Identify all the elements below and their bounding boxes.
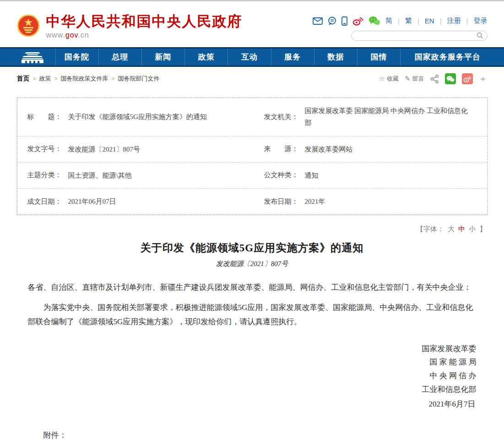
font-size-large[interactable]: 大 xyxy=(448,225,455,233)
url-gov: gov xyxy=(65,31,78,39)
doc-title-cell: 标 题： 关于印发《能源领域5G应用实施方案》的通知 xyxy=(17,98,252,136)
signature-date: 2021年6月7日 xyxy=(28,397,477,411)
signer: 国 家 能 源 局 xyxy=(28,355,477,369)
share-button[interactable] xyxy=(430,75,439,83)
issuing-agency-value: 国家发展改革委 国家能源局 中央网信办 工业和信息化部 xyxy=(305,105,470,129)
topic-category-label: 主题分类： xyxy=(27,171,62,179)
signature-block: 国家发展改革委 国 家 能 源 局 中 央 网 信 办 工业和信息化部 2021… xyxy=(28,342,477,411)
separator: | xyxy=(440,17,442,25)
favorite-label: 收藏 xyxy=(387,75,399,83)
share-icon xyxy=(430,75,439,83)
url-www: www. xyxy=(46,31,65,39)
wechat-icon xyxy=(446,76,455,82)
more-share-button[interactable]: ＋ xyxy=(479,73,488,85)
font-size-open: 【字体： xyxy=(417,225,444,233)
national-emblem-icon xyxy=(17,14,40,39)
article: 关于印发《能源领域5G应用实施方案》的通知 发改能源〔2021〕807号 各省、… xyxy=(17,241,488,440)
attachment-label: 附件： xyxy=(28,430,477,440)
lang-simplified-link[interactable]: 简 xyxy=(385,16,392,25)
breadcrumb-separator: > xyxy=(112,76,115,82)
topic-category-cell: 主题分类： 国土资源、能源\其他 xyxy=(17,163,252,188)
separator: | xyxy=(466,17,468,25)
article-doc-number: 发改能源〔2021〕807号 xyxy=(28,260,477,268)
doc-title-value: 关于印发《能源领域5G应用实施方案》的通知 xyxy=(68,111,207,123)
article-title: 关于印发《能源领域5G应用实施方案》的通知 xyxy=(28,241,477,255)
url-cn: .cn xyxy=(78,31,89,39)
breadcrumb-bumen-wenjian[interactable]: 国务院部门文件 xyxy=(118,75,160,83)
mail-icon[interactable] xyxy=(313,17,323,25)
signer: 工业和信息化部 xyxy=(28,383,477,397)
publish-date-cell: 发布日期： 2021年 xyxy=(252,189,487,214)
lang-traditional-link[interactable]: 繁 xyxy=(405,16,412,25)
source-cell: 来 源： 发展改革委网站 xyxy=(252,136,487,162)
doc-info-table: 标 题： 关于印发《能源领域5G应用实施方案》的通知 发文机关： 国家发展改革委… xyxy=(17,98,488,215)
issuing-agency-cell: 发文机关： 国家发展改革委 国家能源局 中央网信办 工业和信息化部 xyxy=(252,98,487,136)
nav-item-xinwen[interactable]: 新闻 xyxy=(141,49,184,65)
doc-type-cell: 公文种类： 通知 xyxy=(252,163,487,188)
separator: | xyxy=(398,17,400,25)
search-icon xyxy=(477,32,483,39)
comment-label: 留言 xyxy=(412,75,424,83)
source-value: 发展改革委网站 xyxy=(305,143,353,155)
nav-item-shuju[interactable]: 数据 xyxy=(314,49,357,65)
nav-item-fuwu[interactable]: 服务 xyxy=(271,49,314,65)
signer: 中 央 网 信 办 xyxy=(28,369,477,383)
site-title: 中华人民共和国中央人民政府 xyxy=(46,14,243,29)
site-logo[interactable]: 中华人民共和国中央人民政府 www.gov.cn xyxy=(17,12,243,41)
source-label: 来 源： xyxy=(264,145,298,153)
issuing-agency-label: 发文机关： xyxy=(264,113,298,121)
doc-number-cell: 发文字号： 发改能源〔2021〕807号 xyxy=(17,136,252,162)
publish-date-label: 发布日期： xyxy=(264,197,298,206)
pencil-icon: ✎ xyxy=(405,75,411,83)
share-wechat-button[interactable] xyxy=(445,73,456,84)
breadcrumb-separator: > xyxy=(54,76,58,82)
search-input[interactable] xyxy=(351,31,488,41)
nav-item-guowuyuan[interactable]: 国务院 xyxy=(55,49,98,65)
written-date-cell: 成文日期： 2021年06月07日 xyxy=(17,189,252,214)
weibo-icon xyxy=(463,76,471,82)
breadcrumb-zhengce[interactable]: 政策 xyxy=(39,75,51,83)
star-icon: ☆ xyxy=(379,75,385,83)
doc-type-label: 公文种类： xyxy=(264,171,298,179)
nav-item-guoqing[interactable]: 国情 xyxy=(357,49,400,65)
search-button[interactable] xyxy=(477,32,483,40)
share-weibo-button[interactable] xyxy=(462,73,473,84)
breadcrumb-wenjianku[interactable]: 国务院政策文件库 xyxy=(61,75,108,83)
font-size-medium[interactable]: 中 xyxy=(458,225,465,233)
register-link[interactable]: 注册 xyxy=(447,16,461,25)
font-size-small[interactable]: 小 xyxy=(469,225,476,233)
weibo-icon[interactable] xyxy=(352,16,363,26)
nav-item-zhengwu-platform[interactable]: 国家政务服务平台 xyxy=(400,49,494,65)
table-row: 主题分类： 国土资源、能源\其他 公文种类： 通知 xyxy=(17,163,487,189)
written-date-value: 2021年06月07日 xyxy=(68,196,116,207)
comment-icon[interactable] xyxy=(328,16,336,25)
doc-number-label: 发文字号： xyxy=(27,145,62,153)
breadcrumb: 首页 > 政策 > 国务院政策文件库 > 国务院部门文件 xyxy=(17,75,160,83)
written-date-label: 成文日期： xyxy=(27,197,62,206)
article-paragraph: 为落实党中央、国务院相关部署要求，积极推进能源领域5G应用，国家发展改革委、国家… xyxy=(28,300,477,329)
article-paragraph: 各省、自治区、直辖市及计划单列市、新疆生产建设兵团发展改革委、能源局、网信办、工… xyxy=(28,280,477,294)
breadcrumb-separator: > xyxy=(33,76,36,82)
nav-item-zhengce[interactable]: 政策 xyxy=(184,49,228,65)
lang-en-link[interactable]: EN xyxy=(425,17,434,25)
table-row: 发文字号： 发改能源〔2021〕807号 来 源： 发展改革委网站 xyxy=(17,136,487,163)
font-size-selector: 【字体： 大 中 小 】 xyxy=(17,225,488,234)
nav-item-zongli[interactable]: 总理 xyxy=(98,49,141,65)
topic-category-value: 国土资源、能源\其他 xyxy=(68,169,132,181)
nav-home-tiananmen-icon[interactable] xyxy=(10,49,55,65)
comment-button[interactable]: ✎ 留言 xyxy=(405,75,424,83)
nav-item-hudong[interactable]: 互动 xyxy=(228,49,271,65)
mobile-icon[interactable] xyxy=(341,16,347,26)
signer: 国家发展改革委 xyxy=(28,342,477,356)
doc-number-value: 发改能源〔2021〕807号 xyxy=(68,143,141,155)
font-size-close: 】 xyxy=(480,225,487,233)
doc-title-label: 标 题： xyxy=(27,113,62,121)
wechat-icon[interactable] xyxy=(369,16,380,26)
login-link[interactable]: 登录 xyxy=(474,16,488,25)
separator: | xyxy=(417,17,419,25)
breadcrumb-home[interactable]: 首页 xyxy=(17,75,30,83)
table-row: 成文日期： 2021年06月07日 发布日期： 2021年 xyxy=(17,189,487,214)
favorite-button[interactable]: ☆ 收藏 xyxy=(379,75,398,83)
doc-type-value: 通知 xyxy=(305,169,319,181)
publish-date-value: 2021年 xyxy=(305,196,325,207)
